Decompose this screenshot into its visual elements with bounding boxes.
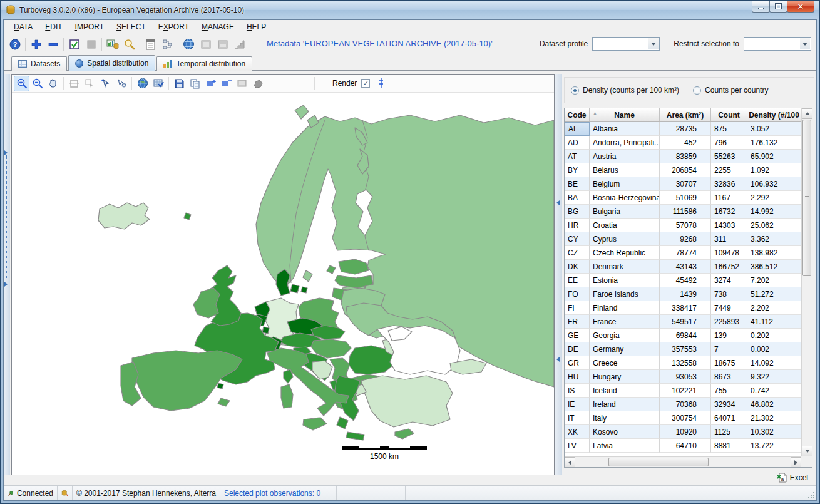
cell-density[interactable]: 2.202 — [747, 301, 801, 315]
cell-area[interactable]: 57078 — [660, 219, 711, 232]
table-row[interactable]: ALAlbania287358753.052 — [565, 122, 801, 136]
cell-count[interactable]: 32934 — [711, 398, 747, 411]
cell-count[interactable]: 55263 — [711, 150, 747, 163]
cell-code[interactable]: IE — [565, 398, 590, 411]
panel-splitter-handle[interactable] — [558, 205, 560, 356]
menu-data[interactable]: DATA — [8, 21, 39, 33]
horizontal-scroll-thumb[interactable] — [608, 458, 709, 466]
table-row[interactable]: FRFrance54951722589341.112 — [565, 315, 801, 329]
resize-grip[interactable] — [807, 491, 815, 499]
cell-count[interactable]: 796 — [711, 136, 747, 150]
menu-edit[interactable]: EDIT — [39, 21, 68, 33]
cell-area[interactable]: 83859 — [660, 150, 711, 163]
cell-density[interactable]: 65.902 — [747, 150, 801, 163]
cell-area[interactable]: 43143 — [660, 260, 711, 274]
cell-area[interactable]: 300754 — [660, 411, 711, 425]
crop-button-disabled[interactable] — [66, 76, 82, 91]
cell-name[interactable]: Italy — [590, 411, 660, 425]
cell-count[interactable]: 32836 — [711, 177, 747, 191]
cell-count[interactable]: 738 — [711, 287, 747, 301]
cell-name[interactable]: Cyprus — [590, 232, 660, 246]
cell-code[interactable]: CY — [565, 232, 590, 246]
menu-manage[interactable]: MANAGE — [195, 21, 240, 33]
density-radio[interactable] — [571, 86, 579, 95]
cell-name[interactable]: Bulgaria — [590, 205, 660, 219]
cell-density[interactable]: 13.722 — [747, 439, 801, 453]
cell-area[interactable]: 338417 — [660, 301, 711, 315]
cell-area[interactable]: 549517 — [660, 315, 711, 329]
chart-button-disabled[interactable] — [231, 36, 248, 53]
cell-name[interactable]: Croatia — [590, 219, 660, 232]
excel-export-button[interactable]: a Excel — [777, 473, 808, 483]
cell-area[interactable]: 206854 — [660, 163, 711, 177]
cell-name[interactable]: Georgia — [590, 329, 660, 342]
tab-datasets[interactable]: Datasets — [11, 56, 67, 71]
splitter-arrow-icon[interactable] — [4, 282, 8, 287]
table-row[interactable]: CZCzech Republic78774109478138.982 — [565, 246, 801, 260]
table-row[interactable]: CYCyprus92683113.362 — [565, 232, 801, 246]
column-header-density[interactable]: Density (#/100 — [747, 108, 801, 121]
cell-code[interactable]: CZ — [565, 246, 590, 260]
cell-code[interactable]: GR — [565, 356, 590, 370]
cell-density[interactable]: 14.992 — [747, 205, 801, 219]
cell-name[interactable]: Albania — [590, 122, 660, 136]
vertical-scroll-thumb[interactable] — [802, 120, 811, 276]
cell-code[interactable]: DE — [565, 342, 590, 356]
tab-temporal-distribution[interactable]: Temporal distribution — [156, 56, 252, 71]
pointer-select-button[interactable] — [98, 76, 113, 91]
cell-area[interactable]: 30707 — [660, 177, 711, 191]
vertical-scrollbar[interactable] — [801, 108, 812, 456]
column-header-code[interactable]: Code — [565, 108, 590, 121]
cell-name[interactable]: Ireland — [590, 398, 660, 411]
search-button[interactable] — [121, 36, 138, 53]
zoom-in-button[interactable] — [14, 76, 29, 91]
cell-count[interactable]: 109478 — [711, 246, 747, 260]
cell-code[interactable]: FR — [565, 315, 590, 329]
add-button[interactable] — [28, 36, 44, 53]
cell-density[interactable]: 176.132 — [747, 136, 801, 150]
menu-export[interactable]: EXPORT — [152, 21, 195, 33]
cell-code[interactable]: DK — [565, 260, 590, 274]
cell-density[interactable]: 46.802 — [747, 398, 801, 411]
cell-name[interactable]: Hungary — [590, 370, 660, 384]
relations-button[interactable] — [159, 36, 176, 53]
table-row[interactable]: EEEstonia4549232747.202 — [565, 274, 801, 287]
cell-density[interactable]: 1.092 — [747, 163, 801, 177]
cell-density[interactable]: 138.982 — [747, 246, 801, 260]
menu-import[interactable]: IMPORT — [69, 21, 110, 33]
cell-code[interactable]: FO — [565, 287, 590, 301]
cell-density[interactable]: 14.092 — [747, 356, 801, 370]
cell-density[interactable]: 0.202 — [747, 329, 801, 342]
cell-code[interactable]: LV — [565, 439, 590, 453]
cell-code[interactable]: HR — [565, 219, 590, 232]
table-row[interactable]: DKDenmark43143166752386.512 — [565, 260, 801, 274]
tab-spatial-distribution[interactable]: Spatial distribution — [68, 55, 155, 71]
cell-count[interactable]: 18675 — [711, 356, 747, 370]
cell-count[interactable]: 166752 — [711, 260, 747, 274]
scale-slider-icon[interactable] — [377, 78, 385, 89]
cell-name[interactable]: Kosovo — [590, 425, 660, 439]
cell-density[interactable]: 21.302 — [747, 411, 801, 425]
cell-code[interactable]: AT — [565, 150, 590, 163]
print-button-disabled[interactable] — [234, 76, 250, 91]
cell-density[interactable]: 386.512 — [747, 260, 801, 274]
cell-name[interactable]: Andorra, Principali... — [590, 136, 660, 150]
cell-density[interactable]: 106.932 — [747, 177, 801, 191]
map-settings-button[interactable] — [150, 76, 166, 91]
cell-code[interactable]: BA — [565, 191, 590, 205]
cell-area[interactable]: 102221 — [660, 384, 711, 398]
polygon-button-disabled[interactable] — [250, 76, 265, 91]
splitter-arrow-icon[interactable] — [556, 200, 560, 205]
panel-splitter[interactable] — [555, 74, 562, 475]
cell-code[interactable]: AL — [565, 122, 590, 136]
table-row[interactable]: GEGeorgia698441390.202 — [565, 329, 801, 342]
cell-density[interactable]: 51.272 — [747, 287, 801, 301]
cell-density[interactable]: 0.002 — [747, 342, 801, 356]
cell-area[interactable]: 10920 — [660, 425, 711, 439]
cell-count[interactable]: 1167 — [711, 191, 747, 205]
cell-area[interactable]: 64710 — [660, 439, 711, 453]
cell-name[interactable]: France — [590, 315, 660, 329]
cell-density[interactable]: 3.362 — [747, 232, 801, 246]
pointer-settings-button[interactable] — [113, 76, 129, 91]
pan-button[interactable] — [45, 76, 61, 91]
